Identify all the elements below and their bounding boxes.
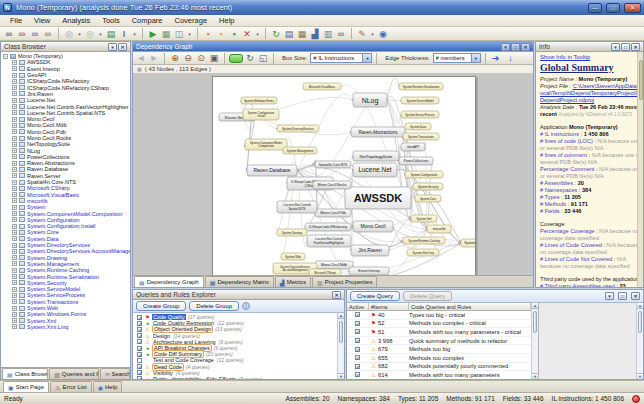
query-checkbox[interactable]: ✓ [355, 338, 360, 343]
graph-node-mscorlib[interactable]: mscorlib [427, 225, 451, 233]
zoom-out-icon[interactable]: ⊖ [182, 52, 194, 64]
graph-node-system-security[interactable]: System.Security [413, 183, 443, 190]
tree-item[interactable]: +System.DirectoryServices.AccountManagem… [3, 248, 130, 254]
close-icon[interactable]: ✕ [631, 292, 640, 300]
metric-label[interactable]: Percentage Coverage [540, 228, 594, 234]
expand-icon[interactable]: + [12, 85, 17, 90]
layout-ok-button[interactable] [229, 54, 243, 63]
box-size-select[interactable]: # IL Instructions ▼ [310, 53, 372, 63]
metric-label[interactable]: # Methods [540, 201, 566, 207]
query-row[interactable]: ✓⚠682Methods potentially poorly commente… [347, 363, 531, 372]
info-scrollbar[interactable] [637, 52, 643, 287]
doc-tab-help[interactable]: ◉Help [93, 381, 123, 392]
query-name[interactable]: Methods too complex - critical [409, 320, 531, 326]
expand-icon[interactable]: + [12, 110, 17, 115]
delete-query-button[interactable]: Delete Query [403, 291, 452, 301]
expand-icon[interactable]: + [12, 306, 17, 311]
close-icon[interactable]: ✕ [118, 43, 127, 51]
graph-node-microsoft-csharp[interactable]: Microsoft.CSharp [309, 269, 341, 275]
graph-node-system-directoryservices[interactable]: System.DirectoryServices [277, 125, 319, 132]
graph-node-system[interactable]: System [461, 239, 475, 247]
zoom-in-icon[interactable]: ⊕ [169, 52, 181, 64]
query-name[interactable]: Methods with too many parameters [409, 372, 531, 378]
find-edit-icon[interactable]: ∞ [42, 28, 54, 40]
query-checkbox[interactable]: ✓ [355, 329, 360, 334]
create-group-button[interactable]: Create Group [136, 301, 186, 311]
view-caret[interactable]: ▾ [131, 31, 138, 37]
expand-icon[interactable]: + [12, 243, 17, 248]
group-checkbox[interactable]: ✓ [137, 346, 142, 351]
edit-caret[interactable]: ▾ [369, 31, 376, 37]
group-checkbox[interactable]: ✓ [137, 370, 142, 375]
search-panel-icon[interactable]: ∞ [335, 28, 347, 40]
menu-coverage[interactable]: Coverage [169, 16, 214, 25]
float-icon[interactable]: ▾ [611, 43, 620, 51]
graph-node-system-drawing[interactable]: System.Drawing [277, 229, 307, 236]
graph-node-mono-cecil[interactable]: Mono.Cecil [353, 221, 393, 232]
maximize-panel-icon[interactable]: □ [511, 43, 520, 51]
dependency-graph-panel-icon[interactable]: ▤ [283, 28, 295, 40]
expand-icon[interactable]: + [12, 224, 17, 229]
pin-icon[interactable]: □ [618, 292, 627, 300]
graph-node-system-runtime-serialization[interactable]: System.Runtime.Serialization [399, 83, 443, 90]
graph-node-powercollections[interactable]: PowerCollections [399, 157, 433, 165]
group-name[interactable]: Code Quality [152, 314, 186, 320]
metric-label[interactable]: # Third party Assemblies used [540, 283, 615, 287]
expand-icon[interactable]: + [12, 91, 17, 96]
pin-icon[interactable]: ▾ [108, 43, 117, 51]
expand-icon[interactable]: + [12, 136, 17, 141]
metric-label[interactable]: # Assemblies [540, 180, 573, 186]
graph-node-system-serviceprocess[interactable]: System.ServiceProcess [401, 111, 439, 118]
graph-node-system-transactions[interactable]: System.Transactions [403, 133, 439, 140]
expand-icon[interactable]: + [12, 211, 17, 216]
build-report-icon[interactable]: ▦ [160, 28, 172, 40]
group-name[interactable]: Visibility [152, 370, 174, 376]
graph-node-nettopologysuite[interactable]: NetTopologySuite [353, 151, 399, 161]
build-compare-icon[interactable]: ◫ [173, 28, 185, 40]
query-row[interactable]: ✓⚑51Methods with too many parameters - c… [347, 328, 531, 337]
expand-icon[interactable]: + [12, 236, 17, 241]
close-icon[interactable]: ✕ [631, 43, 640, 51]
graph-node-spatial4n-core-nts[interactable]: Spatial4n.Core.NTS [315, 161, 351, 168]
query-name[interactable]: Types too big - critical [409, 312, 531, 318]
query-checkbox[interactable]: ✓ [355, 372, 360, 377]
graph-node-icsharp-nrefactory[interactable]: ICSharpCode.NRefactory [305, 223, 351, 231]
metric-label[interactable]: # Lines of Code Covered [540, 242, 602, 248]
graph-node-system-componentmodel-composition[interactable]: System.ComponentModel.Composition [245, 139, 287, 150]
run-analysis-icon[interactable]: ▶ [147, 28, 159, 40]
analysis-error-indicator-icon[interactable] [632, 395, 640, 403]
float-icon[interactable]: ▾ [501, 43, 510, 51]
metric-label[interactable]: # IL instructions [540, 131, 579, 137]
nav-forward-caret[interactable]: ▾ [97, 31, 104, 37]
expand-icon[interactable]: + [12, 293, 17, 298]
query-row[interactable]: ✓⚠655Methods too complex [347, 354, 531, 363]
query-name[interactable]: Methods potentially poorly commented [409, 363, 531, 369]
doc-tab-start-page[interactable]: ▣Start Page [3, 381, 49, 392]
expand-icon[interactable]: + [12, 173, 17, 178]
expand-icon[interactable]: + [12, 255, 17, 260]
help-icon[interactable]: ◉ [377, 28, 389, 40]
menu-view[interactable]: View [28, 16, 56, 25]
graph-node-system-web[interactable]: System.Web [281, 253, 305, 260]
expand-icon[interactable]: + [12, 274, 17, 279]
graph-node-jint-raven[interactable]: Jint.Raven [351, 245, 389, 256]
expand-icon[interactable]: + [12, 154, 17, 159]
graph-node-system-runtime-caching[interactable]: System.Runtime.Caching [403, 237, 445, 244]
graph-node-geoapi[interactable]: GeoAPI [401, 143, 425, 151]
query-checkbox[interactable]: ✓ [355, 347, 360, 352]
close-icon[interactable]: ✕ [521, 43, 530, 51]
expand-icon[interactable]: + [12, 123, 17, 128]
doc-tab-error-list[interactable]: ⚠Error List [50, 381, 92, 392]
graph-node-system-core[interactable]: System.Core [415, 195, 441, 202]
group-info-icon[interactable]: i [242, 302, 250, 310]
maximize-button[interactable]: □ [606, 3, 620, 13]
dependency-edge[interactable] [387, 78, 399, 100]
tab-search[interactable]: ∞Search [100, 368, 130, 379]
expand-icon[interactable]: + [12, 192, 17, 197]
compare-close-icon[interactable]: ✕ [241, 28, 253, 40]
expand-icon[interactable]: + [12, 180, 17, 185]
expand-icon[interactable]: + [12, 324, 17, 329]
expand-icon[interactable]: + [12, 73, 17, 78]
expand-icon[interactable]: + [12, 205, 17, 210]
expand-icon[interactable]: + [12, 318, 17, 323]
